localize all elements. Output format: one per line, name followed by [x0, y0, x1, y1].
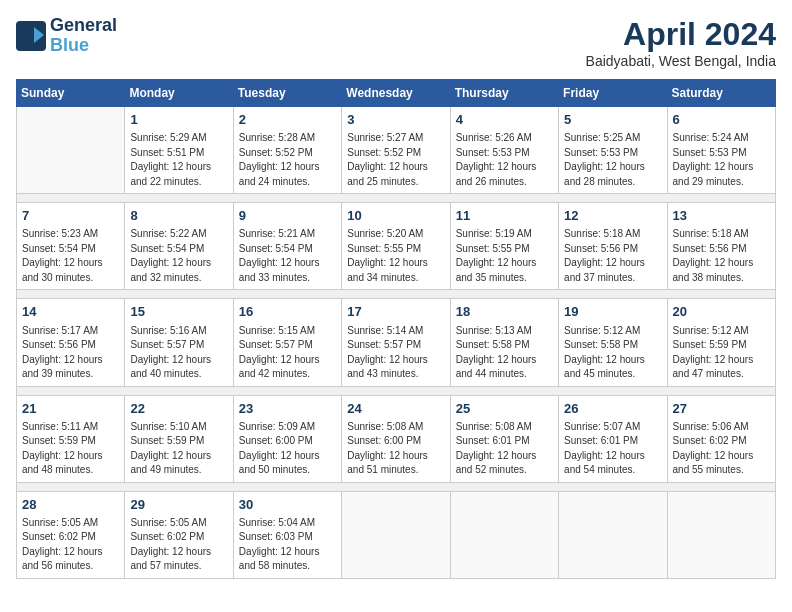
day-info: Sunrise: 5:22 AM Sunset: 5:54 PM Dayligh… [130, 227, 227, 285]
calendar-cell [667, 491, 775, 578]
calendar-cell: 17Sunrise: 5:14 AM Sunset: 5:57 PM Dayli… [342, 299, 450, 386]
calendar-week-row: 14Sunrise: 5:17 AM Sunset: 5:56 PM Dayli… [17, 299, 776, 386]
title-block: April 2024 Baidyabati, West Bengal, Indi… [586, 16, 776, 69]
day-info: Sunrise: 5:19 AM Sunset: 5:55 PM Dayligh… [456, 227, 553, 285]
day-number: 9 [239, 207, 336, 225]
day-number: 1 [130, 111, 227, 129]
calendar-cell [342, 491, 450, 578]
day-info: Sunrise: 5:24 AM Sunset: 5:53 PM Dayligh… [673, 131, 770, 189]
calendar-cell: 27Sunrise: 5:06 AM Sunset: 6:02 PM Dayli… [667, 395, 775, 482]
calendar-cell: 19Sunrise: 5:12 AM Sunset: 5:58 PM Dayli… [559, 299, 667, 386]
calendar-cell: 15Sunrise: 5:16 AM Sunset: 5:57 PM Dayli… [125, 299, 233, 386]
day-number: 24 [347, 400, 444, 418]
day-info: Sunrise: 5:23 AM Sunset: 5:54 PM Dayligh… [22, 227, 119, 285]
calendar-cell: 1Sunrise: 5:29 AM Sunset: 5:51 PM Daylig… [125, 107, 233, 194]
calendar-cell: 2Sunrise: 5:28 AM Sunset: 5:52 PM Daylig… [233, 107, 341, 194]
day-number: 21 [22, 400, 119, 418]
calendar-cell: 18Sunrise: 5:13 AM Sunset: 5:58 PM Dayli… [450, 299, 558, 386]
calendar-cell: 29Sunrise: 5:05 AM Sunset: 6:02 PM Dayli… [125, 491, 233, 578]
weekday-header-wednesday: Wednesday [342, 80, 450, 107]
day-info: Sunrise: 5:05 AM Sunset: 6:02 PM Dayligh… [22, 516, 119, 574]
day-number: 14 [22, 303, 119, 321]
calendar-week-row: 1Sunrise: 5:29 AM Sunset: 5:51 PM Daylig… [17, 107, 776, 194]
logo: General Blue [16, 16, 117, 56]
day-info: Sunrise: 5:18 AM Sunset: 5:56 PM Dayligh… [564, 227, 661, 285]
day-number: 15 [130, 303, 227, 321]
calendar-cell: 22Sunrise: 5:10 AM Sunset: 5:59 PM Dayli… [125, 395, 233, 482]
day-info: Sunrise: 5:08 AM Sunset: 6:00 PM Dayligh… [347, 420, 444, 478]
day-info: Sunrise: 5:16 AM Sunset: 5:57 PM Dayligh… [130, 324, 227, 382]
day-info: Sunrise: 5:06 AM Sunset: 6:02 PM Dayligh… [673, 420, 770, 478]
day-info: Sunrise: 5:27 AM Sunset: 5:52 PM Dayligh… [347, 131, 444, 189]
weekday-header-monday: Monday [125, 80, 233, 107]
calendar-week-row: 7Sunrise: 5:23 AM Sunset: 5:54 PM Daylig… [17, 203, 776, 290]
day-info: Sunrise: 5:28 AM Sunset: 5:52 PM Dayligh… [239, 131, 336, 189]
day-number: 27 [673, 400, 770, 418]
location-subtitle: Baidyabati, West Bengal, India [586, 53, 776, 69]
calendar-cell: 8Sunrise: 5:22 AM Sunset: 5:54 PM Daylig… [125, 203, 233, 290]
day-number: 16 [239, 303, 336, 321]
day-info: Sunrise: 5:13 AM Sunset: 5:58 PM Dayligh… [456, 324, 553, 382]
day-number: 12 [564, 207, 661, 225]
calendar-cell: 7Sunrise: 5:23 AM Sunset: 5:54 PM Daylig… [17, 203, 125, 290]
day-number: 10 [347, 207, 444, 225]
calendar-cell: 24Sunrise: 5:08 AM Sunset: 6:00 PM Dayli… [342, 395, 450, 482]
day-number: 19 [564, 303, 661, 321]
weekday-header-sunday: Sunday [17, 80, 125, 107]
day-number: 4 [456, 111, 553, 129]
day-info: Sunrise: 5:09 AM Sunset: 6:00 PM Dayligh… [239, 420, 336, 478]
day-number: 3 [347, 111, 444, 129]
day-number: 7 [22, 207, 119, 225]
logo-text: General Blue [50, 16, 117, 56]
day-info: Sunrise: 5:20 AM Sunset: 5:55 PM Dayligh… [347, 227, 444, 285]
day-number: 29 [130, 496, 227, 514]
calendar-cell [559, 491, 667, 578]
day-info: Sunrise: 5:26 AM Sunset: 5:53 PM Dayligh… [456, 131, 553, 189]
day-number: 5 [564, 111, 661, 129]
week-separator [17, 386, 776, 395]
logo-icon [16, 21, 46, 51]
weekday-header-row: SundayMondayTuesdayWednesdayThursdayFrid… [17, 80, 776, 107]
day-number: 11 [456, 207, 553, 225]
calendar-cell: 3Sunrise: 5:27 AM Sunset: 5:52 PM Daylig… [342, 107, 450, 194]
day-number: 20 [673, 303, 770, 321]
weekday-header-friday: Friday [559, 80, 667, 107]
day-number: 26 [564, 400, 661, 418]
day-number: 25 [456, 400, 553, 418]
calendar-week-row: 21Sunrise: 5:11 AM Sunset: 5:59 PM Dayli… [17, 395, 776, 482]
calendar-table: SundayMondayTuesdayWednesdayThursdayFrid… [16, 79, 776, 579]
calendar-cell: 25Sunrise: 5:08 AM Sunset: 6:01 PM Dayli… [450, 395, 558, 482]
day-number: 22 [130, 400, 227, 418]
day-number: 8 [130, 207, 227, 225]
calendar-cell: 21Sunrise: 5:11 AM Sunset: 5:59 PM Dayli… [17, 395, 125, 482]
calendar-cell: 28Sunrise: 5:05 AM Sunset: 6:02 PM Dayli… [17, 491, 125, 578]
day-info: Sunrise: 5:21 AM Sunset: 5:54 PM Dayligh… [239, 227, 336, 285]
calendar-cell: 14Sunrise: 5:17 AM Sunset: 5:56 PM Dayli… [17, 299, 125, 386]
weekday-header-tuesday: Tuesday [233, 80, 341, 107]
weekday-header-saturday: Saturday [667, 80, 775, 107]
calendar-cell: 11Sunrise: 5:19 AM Sunset: 5:55 PM Dayli… [450, 203, 558, 290]
day-info: Sunrise: 5:12 AM Sunset: 5:58 PM Dayligh… [564, 324, 661, 382]
day-number: 30 [239, 496, 336, 514]
calendar-cell: 4Sunrise: 5:26 AM Sunset: 5:53 PM Daylig… [450, 107, 558, 194]
day-info: Sunrise: 5:04 AM Sunset: 6:03 PM Dayligh… [239, 516, 336, 574]
day-number: 2 [239, 111, 336, 129]
day-info: Sunrise: 5:25 AM Sunset: 5:53 PM Dayligh… [564, 131, 661, 189]
calendar-cell: 6Sunrise: 5:24 AM Sunset: 5:53 PM Daylig… [667, 107, 775, 194]
calendar-cell [17, 107, 125, 194]
day-number: 28 [22, 496, 119, 514]
day-info: Sunrise: 5:17 AM Sunset: 5:56 PM Dayligh… [22, 324, 119, 382]
calendar-cell [450, 491, 558, 578]
day-info: Sunrise: 5:29 AM Sunset: 5:51 PM Dayligh… [130, 131, 227, 189]
day-number: 13 [673, 207, 770, 225]
day-info: Sunrise: 5:05 AM Sunset: 6:02 PM Dayligh… [130, 516, 227, 574]
calendar-cell: 9Sunrise: 5:21 AM Sunset: 5:54 PM Daylig… [233, 203, 341, 290]
day-number: 6 [673, 111, 770, 129]
calendar-cell: 12Sunrise: 5:18 AM Sunset: 5:56 PM Dayli… [559, 203, 667, 290]
calendar-week-row: 28Sunrise: 5:05 AM Sunset: 6:02 PM Dayli… [17, 491, 776, 578]
calendar-cell: 20Sunrise: 5:12 AM Sunset: 5:59 PM Dayli… [667, 299, 775, 386]
day-info: Sunrise: 5:12 AM Sunset: 5:59 PM Dayligh… [673, 324, 770, 382]
day-number: 23 [239, 400, 336, 418]
day-info: Sunrise: 5:15 AM Sunset: 5:57 PM Dayligh… [239, 324, 336, 382]
calendar-cell: 16Sunrise: 5:15 AM Sunset: 5:57 PM Dayli… [233, 299, 341, 386]
